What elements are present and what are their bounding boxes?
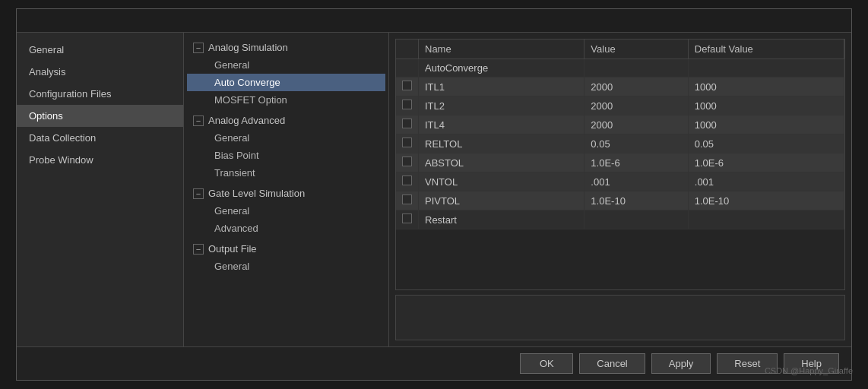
table-row: PIVTOL1.0E-101.0E-10 [396,191,844,210]
row-checkbox-3[interactable] [402,119,412,128]
row-value-6[interactable]: .001 [584,172,688,191]
row-default-8 [688,210,844,229]
row-default-4: 0.05 [688,134,844,153]
row-value-2[interactable]: 2000 [584,96,688,115]
row-name-6: VNTOL [419,172,584,191]
row-default-2: 1000 [688,96,844,115]
table-row: AutoConverge [396,59,844,77]
expand-icon-output-file: − [193,244,204,255]
row-checkbox-cell-2 [396,96,419,115]
table-row: Restart [396,210,844,229]
tree-parent-label-analog-simulation: Analog Simulation [208,42,288,53]
sidebar-item-general[interactable]: General [17,39,183,61]
middle-tree-panel: −Analog SimulationGeneralAuto ConvergeMO… [184,33,389,346]
row-name-4: RELTOL [419,134,584,153]
expand-icon-analog-advanced: − [193,115,204,126]
tree-child-bias-point[interactable]: Bias Point [187,147,385,164]
row-checkbox-cell-8 [396,210,419,229]
sidebar-item-config-files[interactable]: Configuration Files [17,83,183,105]
row-default-1: 1000 [688,77,844,96]
left-nav-panel: GeneralAnalysisConfiguration FilesOption… [17,33,184,346]
sidebar-item-data-collection[interactable]: Data Collection [17,127,183,149]
close-button[interactable] [830,14,844,27]
row-value-3[interactable]: 2000 [584,115,688,134]
col-checkbox [396,40,419,59]
tree-group-analog-simulation: −Analog SimulationGeneralAuto ConvergeMO… [187,39,385,109]
row-name-2: ITL2 [419,96,584,115]
sidebar-item-analysis[interactable]: Analysis [17,61,183,83]
row-checkbox-cell-0 [396,59,419,77]
row-name-0: AutoConverge [419,59,584,77]
simulation-settings-dialog: GeneralAnalysisConfiguration FilesOption… [16,8,852,381]
description-area [395,295,845,340]
row-checkbox-5[interactable] [402,157,412,166]
sidebar-item-probe-window[interactable]: Probe Window [17,149,183,171]
row-checkbox-cell-1 [396,77,419,96]
watermark: CSDN @Happy_Giraffe [765,366,853,375]
tree-child-transient[interactable]: Transient [187,164,385,182]
row-value-8 [584,210,688,229]
table-row: ITL420001000 [396,115,844,134]
row-name-7: PIVTOL [419,191,584,210]
row-name-5: ABSTOL [419,153,584,172]
tree-parent-analog-simulation[interactable]: −Analog Simulation [187,39,385,56]
row-name-3: ITL4 [419,115,584,134]
row-value-5[interactable]: 1.0E-6 [584,153,688,172]
row-checkbox-2[interactable] [402,100,412,109]
row-value-1[interactable]: 2000 [584,77,688,96]
row-default-3: 1000 [688,115,844,134]
ok-button[interactable]: OK [520,353,573,374]
tree-group-gate-level-simulation: −Gate Level SimulationGeneralAdvanced [187,185,385,237]
tree-child-analog-adv-general[interactable]: General [187,129,385,147]
tree-parent-output-file[interactable]: −Output File [187,240,385,258]
tree-child-mosfet-option[interactable]: MOSFET Option [187,91,385,109]
tree-group-output-file: −Output FileGeneral [187,240,385,275]
tree-child-gate-general[interactable]: General [187,202,385,220]
table-row: ITL120001000 [396,77,844,96]
row-checkbox-cell-6 [396,172,419,191]
table-row: ITL220001000 [396,96,844,115]
expand-icon-analog-simulation: − [193,43,204,53]
tree-child-output-general[interactable]: General [187,258,385,275]
col-default-header: Default Value [688,40,844,59]
tree-child-advanced[interactable]: Advanced [187,220,385,237]
tree-parent-label-gate-level-simulation: Gate Level Simulation [208,188,305,199]
table-row: ABSTOL1.0E-61.0E-6 [396,153,844,172]
row-value-4[interactable]: 0.05 [584,134,688,153]
col-name-header: Name [419,40,584,59]
tree-child-auto-converge[interactable]: Auto Converge [187,74,385,91]
row-checkbox-8[interactable] [402,213,412,223]
tree-group-analog-advanced: −Analog AdvancedGeneralBias PointTransie… [187,112,385,182]
tree-parent-gate-level-simulation[interactable]: −Gate Level Simulation [187,185,385,202]
right-settings-panel: Name Value Default Value AutoConvergeITL… [389,33,851,346]
table-row: RELTOL0.050.05 [396,134,844,153]
col-value-header: Value [584,40,688,59]
row-checkbox-4[interactable] [402,138,412,147]
settings-table: Name Value Default Value AutoConvergeITL… [395,39,845,290]
tree-parent-label-output-file: Output File [208,243,257,255]
row-default-6: .001 [688,172,844,191]
row-default-5: 1.0E-6 [688,153,844,172]
dialog-body: GeneralAnalysisConfiguration FilesOption… [17,33,851,346]
row-checkbox-cell-5 [396,153,419,172]
row-checkbox-7[interactable] [402,194,412,204]
apply-button[interactable]: Apply [651,353,711,374]
cancel-button[interactable]: Cancel [579,353,645,374]
footer: OKCancelApplyResetHelp [17,346,851,380]
tree-parent-label-analog-advanced: Analog Advanced [208,115,285,126]
row-default-7: 1.0E-10 [688,191,844,210]
row-default-0 [688,59,844,77]
table-row: VNTOL.001.001 [396,172,844,191]
row-checkbox-cell-4 [396,134,419,153]
tree-child-analog-general[interactable]: General [187,56,385,74]
row-checkbox-1[interactable] [402,81,412,90]
row-name-8: Restart [419,210,584,229]
row-checkbox-6[interactable] [402,176,412,185]
tree-parent-analog-advanced[interactable]: −Analog Advanced [187,112,385,129]
title-bar [17,9,851,33]
row-checkbox-cell-3 [396,115,419,134]
row-value-0 [584,59,688,77]
row-value-7[interactable]: 1.0E-10 [584,191,688,210]
sidebar-item-options[interactable]: Options [17,105,183,127]
row-checkbox-cell-7 [396,191,419,210]
